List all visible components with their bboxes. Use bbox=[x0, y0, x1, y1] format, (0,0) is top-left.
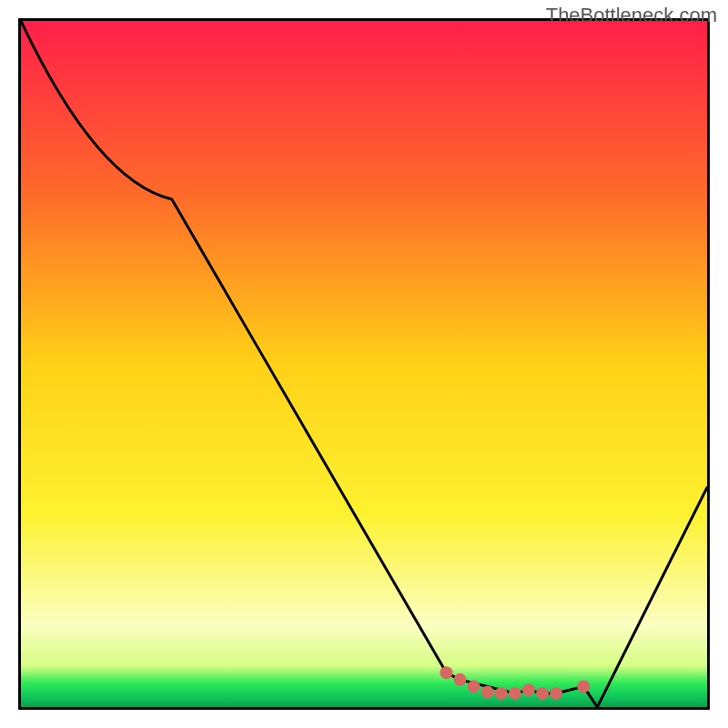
plot-area bbox=[18, 18, 710, 710]
curve-markers bbox=[440, 666, 590, 700]
curve-layer bbox=[21, 21, 707, 707]
marker-point bbox=[577, 680, 590, 693]
marker-point bbox=[522, 683, 535, 696]
chart-container: TheBottleneck.com bbox=[0, 0, 728, 728]
bottleneck-curve bbox=[21, 21, 707, 707]
marker-point bbox=[440, 666, 452, 679]
marker-point bbox=[550, 687, 562, 700]
marker-point bbox=[454, 673, 467, 686]
marker-point bbox=[495, 687, 508, 700]
watermark-text: TheBottleneck.com bbox=[546, 4, 717, 27]
marker-point bbox=[481, 685, 494, 698]
marker-point bbox=[536, 687, 549, 700]
marker-point bbox=[509, 687, 521, 700]
marker-point bbox=[468, 680, 480, 693]
